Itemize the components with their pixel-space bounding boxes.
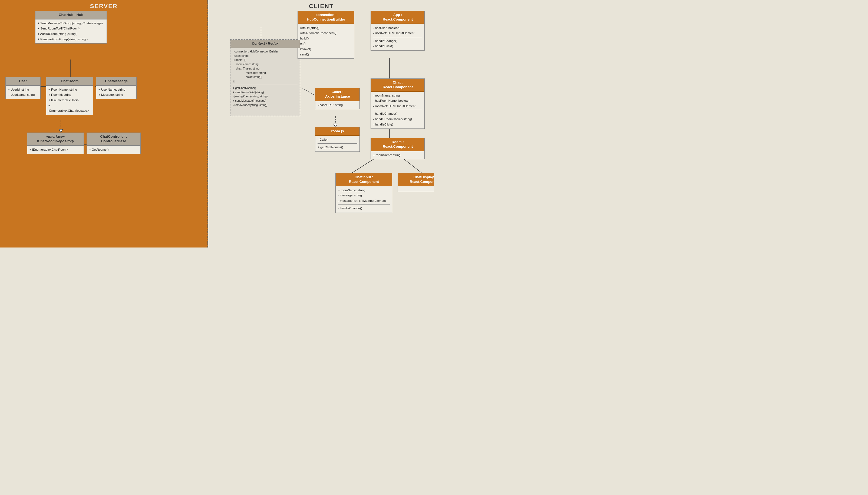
user-box: User + UserId: string + UserName: string (5, 77, 40, 99)
app-component-box: App :React.Component - hasUser: boolean … (370, 11, 425, 51)
connection-body: withUrl(string) withAutomaticReconnect()… (298, 24, 354, 58)
chatroom-title: ChatRoom (46, 78, 93, 86)
chat-component-body: - roomName: string - hasRoomName: boolea… (371, 92, 424, 129)
chatinput-component-body: + roomName: string - message: string - m… (336, 186, 392, 212)
connection-title: connection :HubConnectionBuilder (298, 11, 354, 24)
chathub-method2: + SendRoomToAll(ChatRoom) (38, 26, 104, 31)
chathub-method3: + AddToGroup(string ,string ) (38, 31, 104, 37)
caller-body: - baseURL:: string (315, 101, 360, 109)
ichatroomrepo-body: + IEnumerable<ChatRoom> (27, 146, 84, 154)
context-redux-box: Context / Redux - connection: HubConnect… (230, 40, 300, 109)
ichatroomrepo-box: «interface»IChatRoomRepository + IEnumer… (27, 133, 84, 154)
chathub-method4: + RemoveFromGroup(string ,string ) (38, 37, 104, 42)
user-field1: + UserId: string (8, 87, 38, 92)
chatdisplay-component-title: ChatDisplay :React.Component (398, 173, 434, 186)
ichatroomrepo-field1: + IEnumerable<ChatRoom> (30, 147, 82, 153)
chatroom-field2: + RoomId: string (48, 92, 91, 98)
chatroom-box: ChatRoom + RoomName: string + RoomId: st… (46, 77, 93, 115)
chatdisplay-component-body (398, 186, 434, 192)
chat-component-title: Chat :React.Component (371, 79, 424, 92)
roomjs-body: - Caller + getChatRooms() (315, 136, 360, 152)
room-component-title: Room :React.Component (371, 138, 424, 151)
user-body: + UserId: string + UserName: string (6, 86, 40, 99)
chathub-title: ChatHub : Hub (35, 11, 107, 19)
context-redux-title: Context / Redux (230, 40, 300, 48)
app-component-body: - hasUser: boolean - userRef: HTMLInputE… (371, 24, 424, 50)
client-section: CLIENT connection :HubConnectionBuilder (208, 0, 434, 248)
chatmessage-field1: + UserName: string (99, 87, 134, 92)
room-component-body: + roomName: string (371, 151, 424, 159)
svg-marker-4 (59, 129, 63, 133)
chatmessage-box: ChatMessage + UserName: string + Message… (96, 77, 137, 99)
roomjs-title: room.js (315, 127, 360, 136)
chathub-body: + SendMessageToGroup(string, Chatmessage… (35, 19, 107, 43)
chatroom-field4: + IEnumerable<ChatMessage> (48, 103, 91, 114)
chatinput-component-box: ChatInput :React.Component + roomName: s… (335, 173, 392, 213)
client-label: CLIENT (208, 0, 434, 11)
chatmessage-body: + UserName: string + Message: string (96, 86, 136, 99)
roomjs-box: room.js - Caller + getChatRooms() (315, 127, 360, 152)
chatmessage-field2: + Message: string (99, 92, 134, 98)
chatroom-body: + RoomName: string + RoomId: string + IE… (46, 86, 93, 115)
chatdisplay-component-box: ChatDisplay :React.Component (398, 173, 434, 192)
chatmessage-title: ChatMessage (96, 78, 136, 86)
server-section: SERVER ChatHub : Hub + SendMessageToGrou… (0, 0, 208, 248)
app-component-title: App :React.Component (371, 11, 424, 24)
chatcontroller-title: ChatController :ControllerBase (87, 133, 140, 146)
chathub-box: ChatHub : Hub + SendMessageToGroup(strin… (35, 11, 107, 44)
ichatroomrepo-title: «interface»IChatRoomRepository (27, 133, 84, 146)
diagram-container: SERVER ChatHub : Hub + SendMessageToGrou… (0, 0, 434, 248)
chatcontroller-body: + GetRooms() (87, 146, 140, 154)
chatroom-field3: + IEnumerable<User> (48, 98, 91, 103)
chat-component-box: Chat :React.Component - roomName: string… (370, 79, 425, 129)
chatroom-field1: + RoomName: string (48, 87, 91, 92)
caller-box: Caller :Axios instance - baseURL:: strin… (315, 88, 360, 109)
user-title: User (6, 78, 40, 86)
room-component-box: Room :React.Component + roomName: string (370, 138, 425, 159)
context-redux-body: - connection: HubConnectionBuilder - use… (230, 48, 300, 109)
caller-title: Caller :Axios instance (315, 88, 360, 101)
chathub-method1: + SendMessageToGroup(string, Chatmessage… (38, 21, 104, 26)
connection-box: connection :HubConnectionBuilder withUrl… (297, 11, 354, 59)
svg-marker-8 (333, 124, 337, 127)
chatinput-component-title: ChatInput :React.Component (336, 173, 392, 186)
server-label: SERVER (0, 0, 207, 11)
user-field2: + UserName: string (8, 92, 38, 98)
chatcontroller-box: ChatController :ControllerBase + GetRoom… (87, 133, 141, 154)
chatcontroller-method1: + GetRooms() (89, 147, 138, 153)
